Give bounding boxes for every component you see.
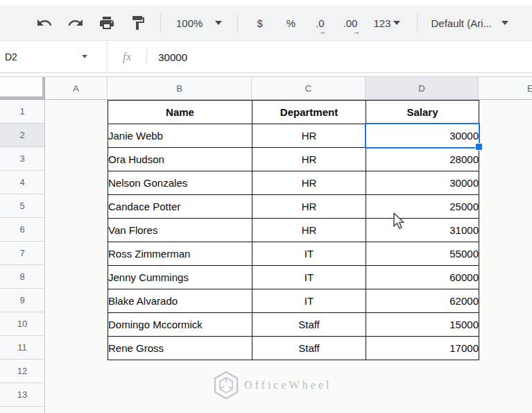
cell-d9[interactable]: 62000 [366, 289, 479, 313]
table-row: Blake Alvarado IT 62000 [108, 289, 479, 313]
chevron-down-icon [215, 21, 222, 25]
cell-b9[interactable]: Blake Alvarado [108, 289, 252, 313]
cell-c11[interactable]: Staff [252, 337, 366, 360]
cell-c10[interactable]: Staff [252, 313, 366, 337]
chevron-down-icon [82, 55, 87, 58]
table-header-name[interactable]: Name [108, 101, 252, 124]
arrow-left-icon: ← [320, 27, 327, 35]
cell-b2[interactable]: Janie Webb [108, 124, 252, 148]
column-headers: A B C D E [0, 76, 532, 100]
print-icon[interactable] [98, 15, 115, 31]
table-row: Domingo Mccormick Staff 15000 [108, 313, 479, 337]
column-header-e-label: E [527, 83, 532, 94]
cell-d11[interactable]: 17000 [366, 337, 479, 360]
font-select[interactable]: Default (Ari... [431, 17, 508, 29]
column-header-c[interactable]: C [252, 77, 366, 99]
arrow-right-icon: → [352, 27, 360, 35]
cell-b3[interactable]: Ora Hudson [108, 148, 252, 171]
undo-icon[interactable] [36, 15, 53, 31]
decrease-decimal-button[interactable]: .0 ← [316, 17, 325, 29]
row-header-14[interactable]: 14 [0, 407, 44, 413]
zoom-select[interactable]: 100% [176, 17, 222, 29]
watermark: OfficeWheel [212, 371, 332, 400]
formula-bar: D2 fx 30000 [0, 42, 532, 73]
format-currency-button[interactable]: $ [257, 17, 262, 29]
table-row: Jenny Cummings IT 60000 [108, 266, 479, 289]
fx-icon: fx [123, 50, 131, 64]
row-header-1[interactable]: 1 [0, 100, 44, 124]
row-header-12[interactable]: 12 [0, 360, 44, 383]
toolbar-divider [237, 14, 238, 33]
cell-b5[interactable]: Candace Potter [108, 195, 252, 219]
table-row: Ora Hudson HR 28000 [108, 148, 479, 171]
chevron-down-icon [501, 21, 508, 25]
row-header-7[interactable]: 7 [0, 242, 44, 265]
column-header-a[interactable]: A [45, 77, 108, 99]
cell-d4[interactable]: 30000 [366, 171, 479, 195]
formula-bar-divider [146, 49, 147, 65]
cell-d8[interactable]: 60000 [366, 266, 479, 289]
column-header-b[interactable]: B [108, 77, 252, 99]
table-header-salary[interactable]: Salary [366, 101, 479, 124]
row-header-2[interactable]: 2 [0, 124, 44, 147]
more-formats-label: 123 [373, 17, 391, 29]
table-row: Candace Potter HR 25000 [108, 195, 479, 219]
cell-b11[interactable]: Rene Gross [108, 337, 252, 360]
increase-decimal-button[interactable]: .00 → [343, 17, 358, 29]
watermark-text: OfficeWheel [244, 379, 332, 391]
cell-b4[interactable]: Nelson Gonzales [108, 171, 252, 195]
paint-format-icon[interactable] [130, 15, 146, 31]
cell-d6[interactable]: 31000 [366, 219, 479, 242]
row-header-9[interactable]: 9 [0, 289, 44, 312]
cell-c6[interactable]: HR [252, 219, 366, 242]
zoom-value: 100% [176, 17, 203, 29]
format-percent-button[interactable]: % [286, 17, 295, 29]
row-header-5[interactable]: 5 [0, 194, 44, 218]
cell-c9[interactable]: IT [252, 289, 366, 313]
row-header-3[interactable]: 3 [0, 147, 44, 171]
cell-b6[interactable]: Van Flores [108, 219, 252, 242]
row-header-13[interactable]: 13 [0, 383, 44, 407]
column-header-e[interactable]: E [479, 77, 532, 99]
table-row: Name Department Salary [108, 101, 479, 124]
cell-b10[interactable]: Domingo Mccormick [108, 313, 252, 337]
select-all-corner[interactable] [0, 77, 45, 99]
cell-c7[interactable]: IT [252, 242, 366, 266]
row-headers: 1 2 3 4 5 6 7 8 9 10 11 12 13 14 [0, 100, 45, 413]
cell-d2[interactable]: 30000 [366, 124, 479, 148]
cell-c5[interactable]: HR [252, 195, 366, 219]
cell-b8[interactable]: Jenny Cummings [108, 266, 252, 289]
toolbar: 100% $ % .0 ← .00 → 123 Default (Ari... [0, 6, 532, 41]
cell-c8[interactable]: IT [252, 266, 366, 289]
cell-c4[interactable]: HR [252, 171, 366, 195]
cell-d7[interactable]: 55000 [366, 242, 479, 266]
row-header-4[interactable]: 4 [0, 171, 44, 194]
font-name: Default (Ari... [431, 17, 492, 29]
name-box-value: D2 [0, 51, 17, 62]
cell-d3[interactable]: 28000 [366, 148, 479, 171]
cell-b7[interactable]: Ross Zimmerman [108, 242, 252, 266]
table-header-department[interactable]: Department [252, 101, 366, 124]
cell-d10[interactable]: 15000 [366, 313, 479, 337]
fill-handle[interactable] [475, 143, 483, 151]
toolbar-divider [417, 14, 418, 33]
redo-icon[interactable] [67, 15, 84, 31]
cell-c3[interactable]: HR [252, 148, 366, 171]
data-table: Name Department Salary Janie Webb HR 300… [108, 100, 479, 360]
table-row: Janie Webb HR 30000 [108, 124, 479, 148]
formula-input[interactable]: 30000 [158, 51, 187, 63]
row-header-11[interactable]: 11 [0, 336, 44, 360]
row-header-10[interactable]: 10 [0, 312, 44, 336]
column-header-d[interactable]: D [366, 77, 479, 99]
spreadsheet-app: 100% $ % .0 ← .00 → 123 Default (Ari... … [0, 0, 532, 413]
row-header-6[interactable]: 6 [0, 218, 44, 242]
table-row: Ross Zimmerman IT 55000 [108, 242, 479, 266]
officewheel-logo-icon [212, 371, 240, 400]
chevron-down-icon [393, 21, 400, 25]
cell-c2[interactable]: HR [252, 124, 366, 148]
name-box[interactable]: D2 [0, 42, 108, 72]
toolbar-divider [160, 14, 161, 33]
more-formats-button[interactable]: 123 [373, 17, 400, 29]
cell-d5[interactable]: 25000 [366, 195, 479, 219]
row-header-8[interactable]: 8 [0, 265, 44, 289]
